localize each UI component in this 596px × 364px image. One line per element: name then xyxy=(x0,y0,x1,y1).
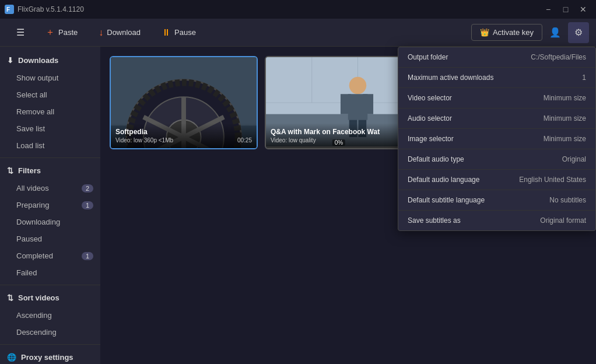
settings-dropdown: Output folder C:/Softpedia/Files Maximum… xyxy=(398,47,596,231)
main-layout: ⬇ Downloads Show output Select all Remov… xyxy=(0,47,596,364)
remove-all-item[interactable]: Remove all xyxy=(0,103,100,120)
all-videos-item[interactable]: All videos 2 xyxy=(0,180,100,197)
show-output-item[interactable]: Show output xyxy=(0,69,100,86)
sidebar-divider-1 xyxy=(0,158,100,158)
default-audio-lang-value: English United States xyxy=(519,176,586,184)
download-label: Download xyxy=(107,28,141,37)
output-folder-row[interactable]: Output folder C:/Softpedia/Files xyxy=(398,47,595,68)
output-folder-label: Output folder xyxy=(408,53,448,61)
default-subtitle-lang-value: No subtitles xyxy=(549,196,586,204)
default-audio-type-row[interactable]: Default audio type Original xyxy=(398,149,595,170)
activate-label: Activate key xyxy=(493,28,534,37)
downloads-section: ⬇ Downloads Show output Select all Remov… xyxy=(0,51,100,154)
close-button[interactable]: ✕ xyxy=(575,1,591,18)
svg-rect-20 xyxy=(363,94,373,114)
save-list-item[interactable]: Save list xyxy=(0,120,100,137)
video-meta-1: Video: low 360p <1Mb 00:25 xyxy=(115,137,252,144)
title-bar-left: F FlixGrab v.5.1.4.1120 xyxy=(5,5,84,14)
image-selector-value: Minimum size xyxy=(544,135,586,143)
video-overlay-1: Softpedia Video: low 360p <1Mb 00:25 xyxy=(111,123,257,148)
profile-button[interactable]: 👤 xyxy=(545,22,566,43)
sidebar-divider-2 xyxy=(0,285,100,285)
app-logo-icon: F xyxy=(5,5,14,14)
pause-button[interactable]: ⏸ Pause xyxy=(152,23,205,43)
save-subtitles-row[interactable]: Save subtitles as Original format xyxy=(398,211,595,230)
video-card-2[interactable]: Q&A with Mark on Facebook Wat Video: low… xyxy=(265,56,413,149)
toolbar: ☰ ＋ Paste ↓ Download ⏸ Pause 👑 Activate … xyxy=(0,19,596,47)
sort-section: ⇅ Sort videos Ascending Descending xyxy=(0,289,100,341)
preparing-badge: 1 xyxy=(82,201,93,209)
video-title-2: Q&A with Mark on Facebook Wat xyxy=(271,128,407,136)
filters-label: Filters xyxy=(18,166,41,175)
max-downloads-label: Maximum active downloads xyxy=(408,74,493,82)
default-audio-lang-row[interactable]: Default audio language English United St… xyxy=(398,170,595,190)
pause-label: Pause xyxy=(174,28,196,37)
downloads-header[interactable]: ⬇ Downloads xyxy=(0,51,100,69)
load-list-item[interactable]: Load list xyxy=(0,137,100,154)
crown-icon: 👑 xyxy=(480,28,489,37)
hamburger-icon: ☰ xyxy=(16,27,24,38)
menu-button[interactable]: ☰ xyxy=(7,22,34,43)
download-button[interactable]: ↓ Download xyxy=(89,23,150,43)
sort-icon: ⇅ xyxy=(7,293,13,302)
paused-item[interactable]: Paused xyxy=(0,230,100,247)
title-controls: − □ ✕ xyxy=(540,1,591,18)
gear-icon: ⚙ xyxy=(574,27,583,38)
completed-badge: 1 xyxy=(82,252,93,260)
downloading-item[interactable]: Downloading xyxy=(0,214,100,230)
minimize-button[interactable]: − xyxy=(540,1,556,18)
video-quality-1: Video: low 360p <1Mb xyxy=(115,137,173,144)
default-audio-type-label: Default audio type xyxy=(408,155,464,163)
proxy-header[interactable]: 🌐 Proxy settings xyxy=(0,348,100,364)
globe-icon: 🌐 xyxy=(7,353,16,362)
restore-button[interactable]: □ xyxy=(558,1,574,18)
all-videos-badge: 2 xyxy=(82,184,93,192)
pause-icon: ⏸ xyxy=(162,27,171,38)
proxy-section: 🌐 Proxy settings xyxy=(0,348,100,364)
sort-label: Sort videos xyxy=(18,293,59,302)
descending-item[interactable]: Descending xyxy=(0,324,100,341)
svg-point-17 xyxy=(349,77,367,94)
svg-rect-19 xyxy=(341,94,351,114)
video-selector-row[interactable]: Video selector Minimum size xyxy=(398,88,595,108)
app-title: FlixGrab v.5.1.4.1120 xyxy=(17,5,84,13)
default-subtitle-lang-label: Default subtitle language xyxy=(408,196,485,204)
output-folder-value: C:/Softpedia/Files xyxy=(531,53,586,61)
filters-header[interactable]: ⇅ Filters xyxy=(0,162,100,180)
paste-button[interactable]: ＋ Paste xyxy=(36,22,87,43)
default-subtitle-lang-row[interactable]: Default subtitle language No subtitles xyxy=(398,190,595,211)
sort-header[interactable]: ⇅ Sort videos xyxy=(0,289,100,307)
sidebar: ⬇ Downloads Show output Select all Remov… xyxy=(0,47,100,364)
ascending-item[interactable]: Ascending xyxy=(0,307,100,324)
settings-button[interactable]: ⚙ xyxy=(568,22,589,43)
max-downloads-row[interactable]: Maximum active downloads 1 xyxy=(398,68,595,88)
select-all-item[interactable]: Select all xyxy=(0,86,100,103)
video-title-1: Softpedia xyxy=(115,128,252,136)
video-time-1: 00:25 xyxy=(237,137,252,144)
activate-key-button[interactable]: 👑 Activate key xyxy=(471,24,542,41)
audio-selector-label: Audio selector xyxy=(408,114,452,123)
profile-icon: 👤 xyxy=(549,27,561,38)
audio-selector-value: Minimum size xyxy=(544,114,586,123)
preparing-item[interactable]: Preparing 1 xyxy=(0,197,100,214)
video-selector-value: Minimum size xyxy=(544,94,586,102)
title-bar: F FlixGrab v.5.1.4.1120 − □ ✕ xyxy=(0,0,596,19)
video-selector-label: Video selector xyxy=(408,94,452,102)
video-card-1[interactable]: Softpedia Video: low 360p <1Mb 00:25 xyxy=(110,56,258,149)
video-quality-2: Video: low quality xyxy=(271,137,316,144)
image-selector-label: Image selector xyxy=(408,135,454,143)
svg-text:F: F xyxy=(6,6,10,13)
save-subtitles-value: Original format xyxy=(540,216,586,225)
video-progress-label: 0% xyxy=(332,139,345,146)
filters-icon: ⇅ xyxy=(7,166,13,175)
image-selector-row[interactable]: Image selector Minimum size xyxy=(398,129,595,149)
filters-section: ⇅ Filters All videos 2 Preparing 1 Downl… xyxy=(0,162,100,281)
audio-selector-row[interactable]: Audio selector Minimum size xyxy=(398,108,595,129)
download-sidebar-icon: ⬇ xyxy=(7,56,13,65)
svg-rect-12 xyxy=(266,57,412,114)
default-audio-lang-label: Default audio language xyxy=(408,176,479,184)
download-icon: ↓ xyxy=(99,27,103,38)
completed-item[interactable]: Completed 1 xyxy=(0,247,100,264)
failed-item[interactable]: Failed xyxy=(0,264,100,281)
paste-label: Paste xyxy=(58,28,78,37)
